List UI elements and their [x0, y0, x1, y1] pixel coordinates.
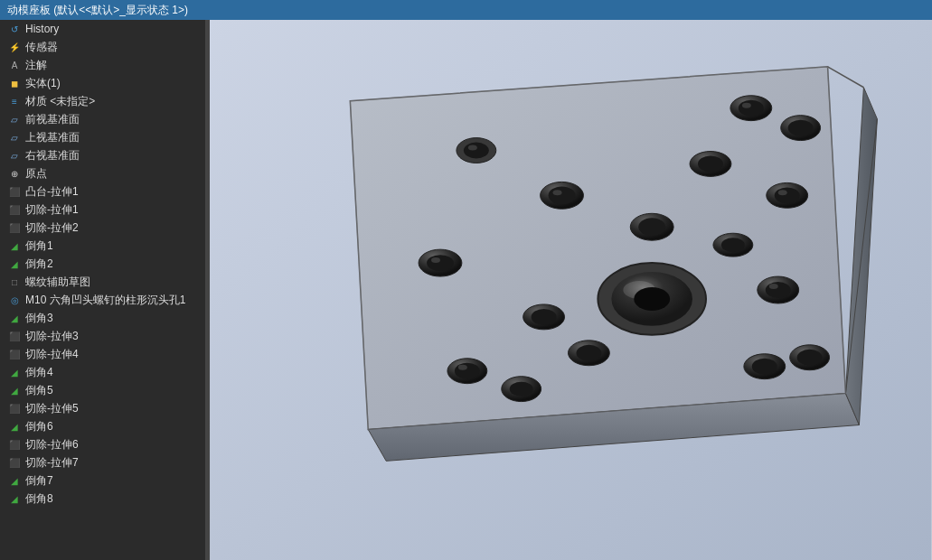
sidebar-item-cut-ex2[interactable]: ⬛切除-拉伸2	[0, 219, 210, 237]
title-bar: 动模座板 (默认<<默认>_显示状态 1>)	[0, 0, 932, 20]
sidebar-item-front-plane[interactable]: ▱前视基准面	[0, 110, 210, 128]
sidebar-item-right-plane[interactable]: ▱右视基准面	[0, 146, 210, 164]
solid-icon: ◼	[7, 76, 22, 90]
3d-view	[210, 20, 932, 560]
svg-point-26	[766, 282, 791, 298]
cut-icon: ⬛	[7, 220, 22, 235]
svg-point-44	[698, 155, 723, 172]
sidebar-item-label: 切除-拉伸6	[25, 437, 79, 453]
plane-icon: ▱	[7, 112, 22, 126]
sidebar-item-cut-ex6[interactable]: ⬛切除-拉伸6	[0, 435, 210, 453]
fillet-icon: ◢	[7, 491, 22, 506]
sidebar-item-label: 倒角2	[25, 257, 53, 272]
sidebar-item-label: 螺纹辅助草图	[25, 275, 90, 290]
boss-icon: ⬛	[7, 184, 22, 199]
svg-point-10	[427, 255, 454, 271]
sidebar-item-boss-ex1[interactable]: ⬛凸台-拉伸1	[0, 182, 210, 201]
sidebar-item-label: 切除-拉伸4	[25, 347, 79, 362]
sidebar-item-sensor[interactable]: ⚡传感器	[0, 38, 210, 56]
sidebar-item-label: 倒角1	[25, 238, 53, 254]
sidebar-item-origin[interactable]: ⊕原点	[0, 164, 210, 182]
origin-icon: ⊕	[7, 166, 22, 181]
fillet-icon: ◢	[7, 311, 22, 325]
plane-icon: ▱	[7, 148, 22, 163]
sidebar-item-sketch[interactable]: □螺纹辅助草图	[0, 273, 210, 291]
sidebar-item-hole-m10[interactable]: ◎M10 六角凹头螺钉的柱形沉头孔1	[0, 291, 210, 309]
sidebar-item-label: 右视基准面	[25, 148, 80, 163]
sidebar-item-label: History	[25, 23, 59, 35]
sidebar-item-label: 倒角8	[25, 491, 53, 507]
annotation-icon: A	[7, 58, 22, 72]
fillet-icon: ◢	[7, 473, 22, 488]
sidebar-item-label: 传感器	[25, 40, 58, 55]
fillet-icon: ◢	[7, 257, 22, 271]
sidebar-item-fillet1[interactable]: ◢倒角1	[0, 237, 210, 255]
sidebar-item-label: 倒角6	[25, 419, 53, 434]
sidebar-item-label: 切除-拉伸7	[25, 455, 79, 471]
fillet-icon: ◢	[7, 419, 22, 434]
cut-icon: ⬛	[7, 202, 22, 217]
sidebar-item-cut-ex4[interactable]: ⬛切除-拉伸4	[0, 345, 210, 363]
svg-point-29	[752, 359, 777, 375]
svg-point-33	[549, 186, 576, 204]
svg-point-11	[431, 257, 440, 263]
svg-point-18	[739, 100, 764, 117]
sidebar-item-label: 倒角5	[25, 383, 53, 398]
plane-icon: ▱	[7, 130, 22, 145]
sidebar-item-annotation[interactable]: A注解	[0, 56, 210, 74]
sidebar-item-label: 前视基准面	[25, 112, 80, 127]
sidebar-item-history[interactable]: ↺History	[0, 20, 210, 38]
sidebar-item-fillet8[interactable]: ◢倒角8	[0, 490, 210, 508]
svg-point-19	[742, 103, 751, 108]
hole-icon: ◎	[7, 293, 22, 307]
history-icon: ↺	[7, 22, 22, 36]
sidebar-item-label: 材质 <未指定>	[25, 94, 95, 109]
sidebar-item-label: 凸台-拉伸1	[25, 184, 79, 200]
sidebar-item-fillet5[interactable]: ◢倒角5	[0, 381, 210, 399]
svg-point-23	[775, 187, 800, 203]
cut-icon: ⬛	[7, 437, 22, 452]
cut-icon: ⬛	[7, 329, 22, 343]
svg-point-8	[468, 145, 477, 151]
main-layout: ↺History⚡传感器A注解◼实体(1)≡材质 <未指定>▱前视基准面▱上视基…	[0, 20, 932, 560]
sidebar-item-solid[interactable]: ◼实体(1)	[0, 74, 210, 92]
sidebar-item-material[interactable]: ≡材质 <未指定>	[0, 92, 210, 110]
svg-point-16	[510, 382, 533, 397]
sidebar[interactable]: ↺History⚡传感器A注解◼实体(1)≡材质 <未指定>▱前视基准面▱上视基…	[0, 20, 210, 560]
svg-point-34	[553, 190, 562, 195]
sidebar-item-label: 倒角4	[25, 365, 53, 380]
sidebar-item-fillet7[interactable]: ◢倒角7	[0, 471, 210, 490]
svg-point-36	[638, 218, 665, 236]
sidebar-item-label: 倒角3	[25, 311, 53, 326]
title-label: 动模座板 (默认<<默认>_显示状态 1>)	[7, 3, 188, 18]
viewport[interactable]	[210, 20, 932, 560]
fillet-icon: ◢	[7, 383, 22, 397]
sidebar-item-top-plane[interactable]: ▱上视基准面	[0, 128, 210, 146]
sidebar-item-cut-ex3[interactable]: ⬛切除-拉伸3	[0, 327, 210, 345]
sidebar-item-label: 注解	[25, 58, 47, 73]
svg-point-24	[778, 190, 787, 195]
sidebar-item-label: 倒角7	[25, 473, 53, 489]
svg-point-42	[576, 345, 601, 361]
sidebar-item-fillet4[interactable]: ◢倒角4	[0, 363, 210, 381]
sidebar-item-fillet6[interactable]: ◢倒角6	[0, 417, 210, 435]
sidebar-item-label: 原点	[25, 166, 47, 182]
fillet-icon: ◢	[7, 238, 22, 253]
svg-point-13	[455, 363, 480, 379]
sidebar-item-fillet3[interactable]: ◢倒角3	[0, 309, 210, 327]
sidebar-item-label: M10 六角凹头螺钉的柱形沉头孔1	[25, 293, 185, 308]
sidebar-item-label: 上视基准面	[25, 130, 80, 145]
sensor-icon: ⚡	[7, 40, 22, 54]
svg-point-21	[788, 120, 814, 136]
sidebar-item-fillet2[interactable]: ◢倒角2	[0, 255, 210, 273]
sidebar-item-label: 实体(1)	[25, 76, 61, 91]
cut-icon: ⬛	[7, 401, 22, 415]
sketch-icon: □	[7, 275, 22, 289]
sidebar-item-cut-ex1[interactable]: ⬛切除-拉伸1	[0, 201, 210, 219]
svg-point-46	[532, 309, 557, 325]
sidebar-item-label: 切除-拉伸5	[25, 401, 79, 416]
sidebar-item-cut-ex5[interactable]: ⬛切除-拉伸5	[0, 399, 210, 417]
material-icon: ≡	[7, 94, 22, 108]
svg-point-7	[464, 143, 489, 159]
sidebar-item-cut-ex7[interactable]: ⬛切除-拉伸7	[0, 453, 210, 471]
